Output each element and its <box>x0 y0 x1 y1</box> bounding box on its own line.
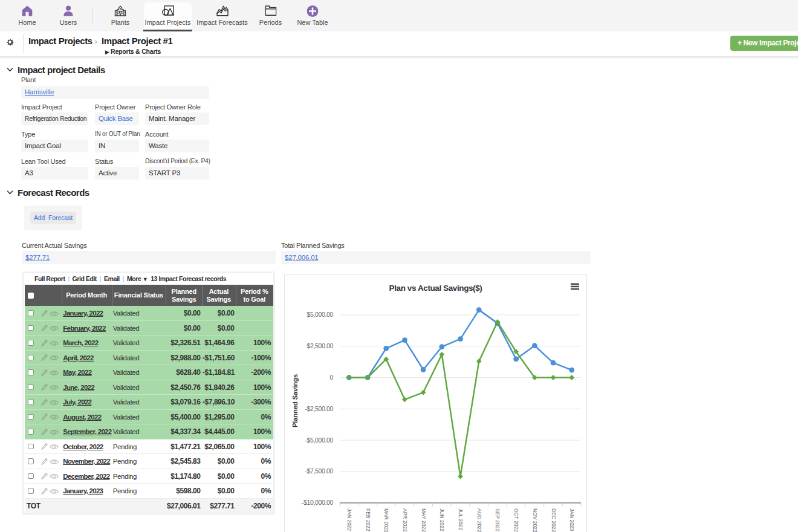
svg-text:Plan vs Actual Savings($): Plan vs Actual Savings($) <box>389 284 482 293</box>
svg-text:JUL 2022: JUL 2022 <box>458 508 464 530</box>
svg-text:0: 0 <box>330 374 334 381</box>
svg-text:FEB 2022: FEB 2022 <box>365 508 371 531</box>
svg-text:APR 2022: APR 2022 <box>402 508 408 532</box>
svg-text:-$2,500.00: -$2,500.00 <box>305 405 333 412</box>
svg-text:$2,500.00: $2,500.00 <box>307 342 333 349</box>
svg-text:DEC 2022: DEC 2022 <box>551 508 557 532</box>
svg-text:Planned Savings: Planned Savings <box>291 374 299 427</box>
svg-text:JAN 2023: JAN 2023 <box>569 508 575 531</box>
svg-text:-$7,500.00: -$7,500.00 <box>305 467 333 475</box>
svg-text:AUG 2022: AUG 2022 <box>476 508 482 532</box>
svg-text:MAR 2022: MAR 2022 <box>383 508 389 532</box>
svg-text:SEP 2022: SEP 2022 <box>495 508 501 531</box>
svg-text:JUN 2022: JUN 2022 <box>439 508 445 531</box>
svg-text:OCT 2022: OCT 2022 <box>513 508 519 532</box>
svg-text:-$10,000.00: -$10,000.00 <box>302 499 334 506</box>
svg-text:NOV 2022: NOV 2022 <box>532 508 538 532</box>
svg-text:MAY 2022: MAY 2022 <box>421 508 427 532</box>
svg-text:$5,000.00: $5,000.00 <box>307 311 333 318</box>
svg-text:-$5,000.00: -$5,000.00 <box>305 436 333 444</box>
svg-text:JAN 2022: JAN 2022 <box>346 508 352 531</box>
